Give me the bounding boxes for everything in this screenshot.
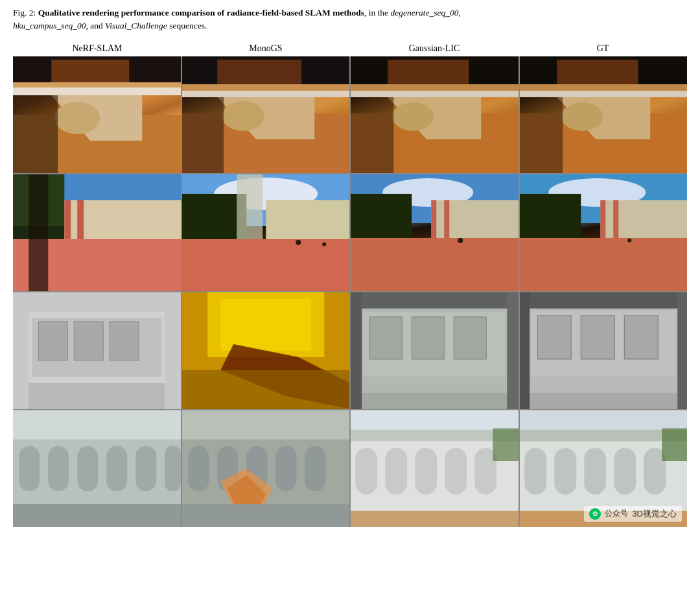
svg-rect-15 [182,97,224,173]
cell-r2-gt [520,174,688,291]
svg-rect-138 [662,428,687,461]
cell-r4-gaussian-lic [351,410,519,527]
svg-rect-127 [493,428,518,461]
svg-point-30 [561,102,603,131]
svg-rect-77 [182,370,350,409]
svg-rect-66 [13,383,181,409]
svg-rect-72 [165,292,180,409]
svg-rect-75 [220,299,311,351]
svg-rect-135 [614,448,636,495]
cell-r2-nerf-slam [13,174,181,291]
cell-r2-gaussian-lic [351,174,519,291]
svg-rect-93 [624,316,658,359]
svg-rect-113 [305,446,325,491]
svg-rect-58 [520,194,581,239]
svg-rect-91 [537,316,571,359]
svg-point-46 [296,240,301,245]
and-text: , and [86,21,105,30]
column-headers: NeRF-SLAM MonoGS Gaussian-LIC GT [13,40,687,56]
col-header-gaussian-lic: Gaussian-LIC [350,40,519,56]
svg-rect-121 [355,448,377,495]
svg-rect-9 [217,60,301,84]
seq3-text: Visual_Challenge [105,21,167,30]
svg-point-47 [322,242,326,246]
svg-rect-126 [351,511,519,527]
cell-r3-monogs [182,292,350,409]
svg-rect-122 [385,448,407,495]
svg-rect-89 [520,393,688,409]
svg-rect-2 [13,82,181,87]
svg-rect-17 [388,60,469,84]
svg-rect-68 [38,321,67,360]
fig-label: Fig. 2: [13,8,36,17]
svg-rect-27 [520,91,688,97]
svg-rect-1 [51,60,129,86]
watermark: ✿ 公众号 3D视觉之心 [584,506,682,522]
svg-rect-85 [351,292,362,409]
svg-rect-7 [13,95,58,173]
svg-rect-84 [454,317,486,359]
wechat-icon: ✿ [589,508,601,520]
svg-rect-123 [415,448,437,495]
svg-point-6 [54,102,100,134]
svg-rect-124 [445,448,467,495]
svg-rect-112 [275,446,296,491]
cell-r1-monogs [182,56,350,173]
col-header-gt: GT [519,40,687,56]
cell-r1-gaussian-lic [351,56,519,173]
svg-rect-97 [13,410,181,443]
svg-rect-102 [106,446,127,491]
svg-rect-25 [557,60,638,84]
svg-rect-109 [188,446,209,491]
svg-rect-80 [351,393,519,409]
svg-rect-95 [677,292,687,409]
svg-rect-10 [182,84,350,91]
fig-desc-after: , in the [364,8,391,17]
col-header-monogs: MonoGS [181,40,350,56]
cell-r3-gt [520,292,688,409]
figure-container: Fig. 2: Qualitative rendering performanc… [13,6,687,527]
svg-rect-11 [182,91,350,97]
svg-rect-83 [412,317,444,359]
svg-rect-99 [19,446,40,491]
svg-rect-132 [524,448,546,495]
svg-rect-3 [13,87,181,95]
svg-rect-94 [520,292,530,409]
seq1-text: degenerate_seq_00 [390,8,458,17]
svg-rect-45 [182,239,350,291]
svg-rect-92 [581,316,614,359]
svg-rect-70 [110,321,139,360]
svg-rect-39 [29,174,48,291]
svg-rect-104 [165,446,180,491]
svg-rect-26 [520,84,688,91]
end-text: sequences. [167,21,207,30]
svg-rect-71 [13,292,29,409]
cell-r1-nerf-slam [13,56,181,173]
svg-rect-133 [554,448,576,495]
svg-rect-82 [369,317,402,359]
svg-point-63 [627,239,631,242]
svg-rect-65 [13,292,181,312]
svg-rect-62 [520,238,688,291]
svg-rect-31 [520,97,563,173]
cell-r3-gaussian-lic [351,292,519,409]
svg-rect-88 [520,292,688,309]
svg-rect-116 [182,504,350,527]
watermark-channel: 3D视觉之心 [632,508,677,520]
svg-rect-134 [584,448,606,495]
svg-rect-54 [351,238,519,291]
svg-rect-18 [351,84,519,91]
svg-rect-50 [351,194,412,239]
svg-point-55 [458,238,463,243]
svg-rect-43 [237,174,262,239]
svg-rect-86 [507,292,518,409]
svg-rect-23 [351,97,393,173]
svg-point-22 [392,102,434,131]
seq2-text: hku_campus_seq_00 [13,21,86,30]
svg-rect-19 [351,91,519,97]
svg-point-14 [222,101,264,131]
image-grid: ✿ 公众号 3D视觉之心 [13,56,687,527]
cell-r4-gt: ✿ 公众号 3D视觉之心 [520,410,688,527]
col-header-nerf-slam: NeRF-SLAM [13,40,181,56]
watermark-platform: 公众号 [605,508,628,519]
